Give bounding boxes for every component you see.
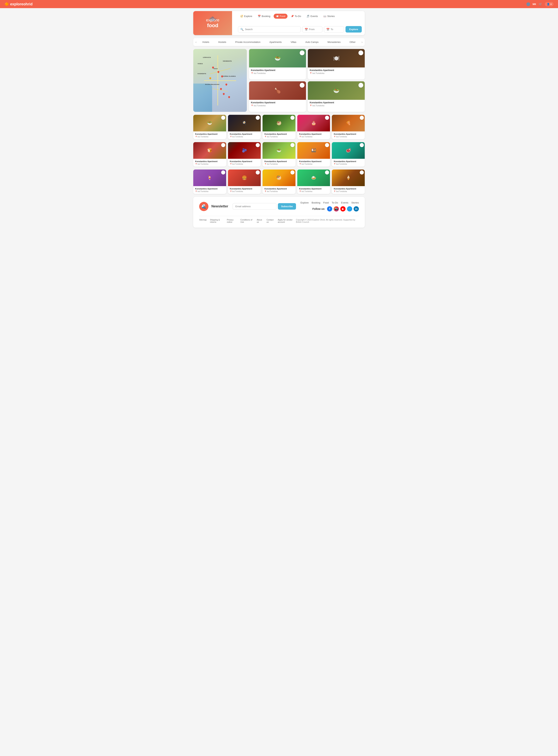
food-card[interactable]: ♡ 🫐 Konstantins Apartment 📍 bul.Turistic… (228, 142, 261, 167)
instagram-icon[interactable]: 📷 (334, 206, 339, 212)
facebook-icon[interactable]: f (327, 206, 332, 212)
listing-card[interactable]: ♡ 🍗 Konstantins Apartment 📍 bul.Turistic… (249, 81, 306, 112)
search-input[interactable] (245, 28, 298, 31)
main-container: 🐟 explore food 🧭Explore📅Booking🍽️Food📌To… (190, 8, 368, 230)
footer-bottom-link[interactable]: Conditions of Use (240, 219, 253, 223)
explore-button[interactable]: Explore (346, 26, 362, 32)
footer-bottom-link[interactable]: Apply for vendor account (278, 219, 296, 223)
food-card[interactable]: ♡ 🍕 Konstantins Apartment 📍 bul.Turistic… (332, 115, 365, 139)
category-item[interactable]: Villas (288, 39, 299, 45)
favorite-button[interactable]: ♡ (358, 50, 363, 55)
lang-label[interactable]: МК (533, 3, 536, 5)
footer-nav-link[interactable]: Booking (311, 201, 320, 204)
nav-tab-stories[interactable]: 📖Stories (321, 14, 337, 19)
food-card[interactable]: ♡ 🥗 Konstantins Apartment 📍 bul.Turistic… (262, 142, 296, 167)
footer-nav-link[interactable]: To-Do (332, 201, 338, 204)
twitter-icon[interactable]: 🐦 (347, 206, 352, 212)
from-date-wrap[interactable]: 📅 (302, 26, 323, 32)
listing-card[interactable]: ♡ 🍽️ Konstantins Apartment 📍 bul.Turisti… (308, 49, 365, 79)
category-item[interactable]: Apartments (267, 39, 284, 45)
newsletter-email-input[interactable] (233, 203, 276, 210)
map-container[interactable]: LESKAJCA Ohrid VIDOBISHTA GORNA VLASHKA … (193, 49, 247, 112)
nav-tab-events[interactable]: 🎵Events (304, 14, 320, 19)
cat-next-arrow[interactable]: › (360, 40, 364, 45)
food-card-location: 📍 bul.Turisticka (264, 163, 294, 165)
footer-nav-link[interactable]: Food (323, 201, 329, 204)
listing-card[interactable]: ♡ 🥗 Konstantins Apartment 📍 bul.Turistic… (308, 81, 365, 112)
favorite-button[interactable]: ♡ (221, 116, 225, 120)
food-card-info: Konstantins Apartment 📍 bul.Turisticka (262, 186, 296, 194)
favorite-button[interactable]: ♡ (325, 170, 329, 174)
food-card[interactable]: ♡ 🍦 Konstantins Apartment 📍 bul.Turistic… (332, 170, 365, 194)
category-item[interactable]: Auto Camps (302, 39, 322, 45)
footer-bottom-link[interactable]: About us (257, 219, 263, 223)
footer-bottom-link[interactable]: Contact us (267, 219, 275, 223)
favorite-button[interactable]: ♡ (290, 116, 295, 120)
subscribe-button[interactable]: Subscribe (278, 203, 296, 210)
favorite-button[interactable]: ♡ (325, 116, 329, 120)
listing-card[interactable]: ♡ 🥗 Konstantins Apartment 📍 bul.Turistic… (249, 49, 306, 79)
nav-tab-explore[interactable]: 🧭Explore (238, 14, 254, 19)
favorite-button[interactable]: ♡ (300, 50, 304, 55)
footer-bottom-link[interactable]: Sitemap (199, 219, 207, 223)
location-text: bul.Turisticka (198, 136, 208, 138)
listing-card-info: Konstantins Apartment 📍 bul.Turisticka (308, 100, 365, 108)
food-card[interactable]: ♡ 🍔 Konstantins Apartment 📍 bul.Turistic… (228, 170, 261, 194)
footer-bottom-link[interactable]: Shipping & returns (210, 219, 223, 223)
nav-tab-booking[interactable]: 📅Booking (256, 14, 273, 19)
food-card[interactable]: ♡ 🍹 Konstantins Apartment 📍 bul.Turistic… (193, 170, 226, 194)
favorite-button[interactable]: ♡ (290, 170, 295, 174)
favorite-button[interactable]: ♡ (221, 170, 225, 174)
nav-tab-food[interactable]: 🍽️Food (274, 14, 287, 19)
food-card[interactable]: ♡ 🍛 Konstantins Apartment 📍 bul.Turistic… (297, 170, 330, 194)
food-card[interactable]: ♡ 🎂 Konstantins Apartment 📍 bul.Turistic… (297, 115, 330, 139)
footer-nav-link[interactable]: Stories (351, 201, 359, 204)
nav-tab-todo[interactable]: 📌To-Do (288, 14, 303, 19)
footer-nav-link[interactable]: Events (341, 201, 349, 204)
food-card-image: ♡ 🥗 (193, 115, 226, 131)
category-item[interactable]: Other (347, 39, 359, 45)
favorite-button[interactable]: ♡ (360, 116, 364, 120)
footer-bottom-link[interactable]: Privacy notice (227, 219, 237, 223)
food-card-location: 📍 bul.Turisticka (195, 190, 224, 192)
food-card[interactable]: ♡ 🥩 Konstantins Apartment 📍 bul.Turistic… (332, 142, 365, 167)
favorite-button[interactable]: ♡ (300, 83, 304, 88)
globe-icon[interactable]: 🌐 (526, 2, 530, 6)
favorite-button[interactable]: ♡ (290, 143, 295, 147)
food-card[interactable]: ♡ 🍱 Konstantins Apartment 📍 bul.Turistic… (297, 142, 330, 167)
favorite-button[interactable]: ♡ (358, 83, 363, 88)
food-card-image: ♡ 🍕 (332, 115, 365, 131)
to-input[interactable] (331, 28, 341, 31)
food-card[interactable]: ♡ 🍳 Konstantins Apartment 📍 bul.Turistic… (228, 115, 261, 139)
linkedin-icon[interactable]: in (354, 206, 359, 212)
footer-nav-link[interactable]: Explore (300, 201, 309, 204)
food-emoji-icon: 🍗 (274, 88, 281, 94)
favorite-button[interactable]: ♡ (256, 170, 260, 174)
user-icon[interactable]: 👤 ▾ (545, 2, 554, 6)
favorite-button[interactable]: ♡ (360, 170, 364, 174)
favorite-button[interactable]: ♡ (256, 143, 260, 147)
logo[interactable]: 🔶 exploreohrid (4, 2, 32, 6)
category-item[interactable]: Private Accommodation (232, 39, 263, 45)
favorite-button[interactable]: ♡ (325, 143, 329, 147)
food-card-title: Konstantins Apartment (264, 160, 294, 163)
category-item[interactable]: Hotels (200, 39, 212, 45)
cat-prev-arrow[interactable]: ‹ (194, 40, 198, 45)
food-card[interactable]: ♡ 🥗 Konstantins Apartment 📍 bul.Turistic… (193, 115, 226, 139)
footer-nav-right: ExploreBookingFoodTo-DoEventsStories Fol… (300, 201, 359, 212)
food-card[interactable]: ♡ 🍞 Konstantins Apartment 📍 bul.Turistic… (193, 142, 226, 167)
food-card[interactable]: ♡ 🥙 Konstantins Apartment 📍 bul.Turistic… (262, 170, 296, 194)
food-grid-row1: ♡ 🥗 Konstantins Apartment 📍 bul.Turistic… (193, 115, 365, 139)
cart-icon[interactable]: 🛒 (539, 2, 542, 6)
category-item[interactable]: Monasteries (325, 39, 344, 45)
favorite-button[interactable]: ♡ (221, 143, 225, 147)
youtube-icon[interactable]: ▶ (340, 206, 346, 212)
from-input[interactable] (309, 28, 320, 31)
to-date-wrap[interactable]: 📅 (324, 26, 344, 32)
tab-label-todo: To-Do (295, 15, 301, 18)
favorite-button[interactable]: ♡ (256, 116, 260, 120)
favorite-button[interactable]: ♡ (360, 143, 364, 147)
category-item[interactable]: Hostels (215, 39, 229, 45)
search-input-wrap[interactable]: 🔍 (238, 26, 301, 32)
food-card[interactable]: ♡ 🥙 Konstantins Apartment 📍 bul.Turistic… (262, 115, 296, 139)
